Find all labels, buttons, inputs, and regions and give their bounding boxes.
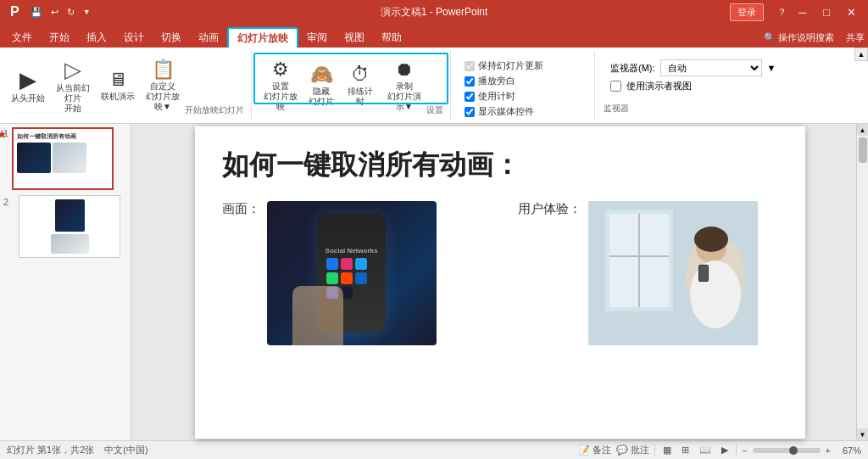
ig-icon — [341, 258, 353, 270]
slide-preview-2 — [19, 195, 120, 258]
monitor-label: 监视器(M): — [610, 62, 655, 75]
slide-thumb-2[interactable]: 2 — [3, 195, 127, 258]
cb-show-media-input[interactable] — [465, 107, 475, 117]
slide-canvas: 如何一键取消所有动画： 画面： Social Networks — [195, 126, 805, 439]
tab-animation[interactable]: 动画 — [190, 27, 227, 48]
setup-slideshow-icon: ⚙ — [272, 59, 289, 81]
checkbox-group: 保持幻灯片更新 播放旁白 使用计时 显示媒体控件 — [459, 56, 548, 121]
btn-online-present[interactable]: 🖥 联机演示 — [97, 66, 139, 104]
scroll-thumb[interactable] — [859, 137, 867, 163]
normal-view-btn[interactable]: ▦ — [660, 444, 674, 456]
group-label-monitor: 监视器 — [604, 99, 629, 115]
slide-sorter-btn[interactable]: ⊞ — [679, 444, 692, 456]
hide-slide-label: 隐藏幻灯片 — [309, 87, 334, 107]
share-label: ？ — [777, 6, 787, 19]
ribbon-tabs: 文件 开始 插入 设计 切换 动画 幻灯片放映 审阅 视图 帮助 🔍 操作说明搜… — [0, 24, 868, 48]
btn-custom-slideshow[interactable]: 📋 自定义幻灯片放映▼ — [141, 56, 185, 114]
status-bar: 幻灯片 第1张，共2张 中文(中国) 📝 备注 💬 批注 ▦ ⊞ 📖 ▶ − +… — [0, 440, 868, 459]
zoom-slider[interactable] — [753, 448, 821, 453]
cb-use-timing-input[interactable] — [465, 92, 475, 102]
start-slideshow-buttons: ▶ 从头开始 ▷ 从当前幻灯片开始 🖥 联机演示 📋 自定义幻灯片放映▼ — [7, 54, 185, 116]
collapse-ribbon-btn[interactable]: ▲ — [854, 48, 868, 61]
svg-point-7 — [694, 227, 728, 252]
record-label: 录制幻灯片演示▼ — [387, 81, 422, 112]
notes-btn[interactable]: 📝 备注 — [578, 444, 611, 456]
btn-hide-slide[interactable]: 🙈 隐藏幻灯片 — [304, 61, 338, 109]
notes-label: 备注 — [593, 444, 611, 456]
from-current-label: 从当前幻灯片开始 — [55, 83, 91, 114]
save-qa-btn[interactable]: 💾 — [28, 6, 45, 19]
custom-slideshow-label: 自定义幻灯片放映▼ — [145, 81, 181, 112]
slide-star-1: ★ — [0, 127, 8, 141]
monitor-select[interactable]: 自动 — [660, 59, 762, 76]
btn-rehearse[interactable]: ⏱ 排练计时 — [340, 61, 381, 109]
title-bar: P 💾 ↩ ↻ ▼ 演示文稿1 - PowerPoint 登录 ？ ─ □ ✕ — [0, 0, 868, 24]
cb-use-timing: 使用计时 — [465, 90, 543, 103]
presenter-view-checkbox[interactable] — [610, 81, 621, 92]
title-bar-right: 登录 ？ ─ □ ✕ — [730, 3, 861, 21]
btn-from-start[interactable]: ▶ 从头开始 — [7, 64, 49, 106]
woman-svg — [588, 201, 758, 345]
presenter-view-label: 使用演示者视图 — [626, 80, 692, 92]
group-setup: ⚙ 设置幻灯片放映 🙈 隐藏幻灯片 ⏱ 排练计时 ⏺ 录制幻灯片演示▼ 设置 — [252, 51, 451, 120]
tab-review[interactable]: 审阅 — [298, 27, 336, 48]
tab-transition[interactable]: 切换 — [153, 27, 190, 48]
slide-content: 画面： Social Networks — [222, 201, 778, 345]
slide-info: 幻灯片 第1张，共2张 — [7, 444, 94, 456]
login-button[interactable]: 登录 — [730, 3, 764, 21]
tab-design[interactable]: 设计 — [115, 27, 153, 48]
btn-setup-slideshow[interactable]: ⚙ 设置幻灯片放映 — [259, 56, 303, 114]
ribbon-controls: ▲ — [854, 48, 868, 61]
hand-background — [292, 286, 343, 345]
group-label-start: 开始放映幻灯片 — [185, 101, 244, 116]
comments-icon: 💬 — [616, 445, 628, 456]
from-start-icon: ▶ — [19, 67, 36, 93]
tab-file[interactable]: 文件 — [3, 27, 41, 48]
scroll-down-btn[interactable]: ▼ — [857, 428, 869, 440]
search-area[interactable]: 🔍 操作说明搜索 — [764, 31, 834, 44]
online-present-label: 联机演示 — [101, 92, 135, 102]
minimize-btn[interactable]: ─ — [793, 4, 811, 20]
close-btn[interactable]: ✕ — [842, 4, 861, 20]
reading-view-btn[interactable]: 📖 — [697, 444, 714, 456]
more-qa-btn[interactable]: ▼ — [81, 7, 93, 17]
cb-keep-updated-input[interactable] — [465, 61, 475, 71]
comments-btn[interactable]: 💬 批注 — [616, 444, 649, 456]
cb-play-narration-input[interactable] — [465, 76, 475, 87]
li-icon — [355, 272, 367, 284]
btn-record[interactable]: ⏺ 录制幻灯片演示▼ — [382, 56, 426, 114]
cb-play-narration: 播放旁白 — [465, 75, 543, 87]
language-label: 中文(中国) — [104, 444, 147, 456]
redo-qa-btn[interactable]: ↻ — [64, 6, 77, 19]
rehearse-label: 排练计时 — [344, 87, 376, 107]
status-right: 📝 备注 💬 批注 ▦ ⊞ 📖 ▶ − + 67% — [578, 444, 861, 456]
zoom-in-btn[interactable]: + — [826, 445, 831, 456]
undo-qa-btn[interactable]: ↩ — [48, 6, 61, 19]
zoom-out-btn[interactable]: − — [742, 445, 747, 456]
zoom-level[interactable]: 67% — [836, 445, 861, 456]
status-left: 幻灯片 第1张，共2张 中文(中国) — [7, 444, 148, 456]
group-monitor: 监视器(M): 自动 ▼ 使用演示者视图 监视器 — [595, 51, 798, 120]
scroll-up-btn[interactable]: ▲ — [857, 124, 869, 136]
share-button[interactable]: 共享 — [846, 31, 865, 44]
btn-from-current[interactable]: ▷ 从当前幻灯片开始 — [51, 54, 95, 116]
rd-icon — [341, 272, 353, 284]
tab-slideshow[interactable]: 幻灯片放映 — [227, 27, 298, 48]
slide-title: 如何一键取消所有动画： — [222, 147, 778, 184]
restore-btn[interactable]: □ — [818, 4, 835, 20]
tab-insert[interactable]: 插入 — [78, 27, 115, 48]
presenter-view-row: 使用演示者视图 — [610, 80, 783, 92]
status-divider — [654, 445, 655, 456]
tab-view[interactable]: 视图 — [336, 27, 373, 48]
vertical-scrollbar[interactable]: ▲ ▼ — [856, 124, 868, 440]
rehearse-icon: ⏱ — [351, 64, 370, 86]
tab-help[interactable]: 帮助 — [373, 27, 410, 48]
slide-thumb-1[interactable]: 1 ★ 如何一键取消所有动画 — [3, 127, 127, 190]
cb-show-media: 显示媒体控件 — [465, 105, 543, 118]
tab-home[interactable]: 开始 — [41, 27, 78, 48]
cb-keep-updated: 保持幻灯片更新 — [465, 59, 543, 72]
slide-panel: 1 ★ 如何一键取消所有动画 2 — [0, 124, 131, 440]
zoom-thumb — [789, 446, 798, 455]
slideshow-view-btn[interactable]: ▶ — [719, 444, 731, 456]
tw-icon — [355, 258, 367, 270]
